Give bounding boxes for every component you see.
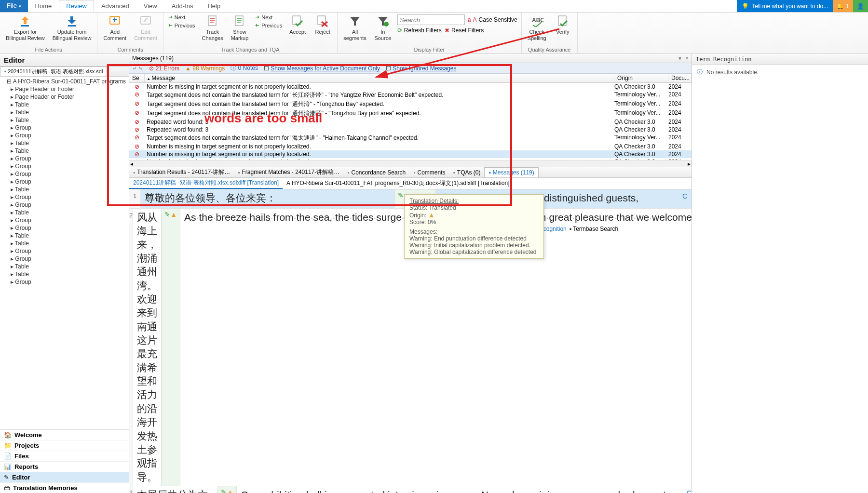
results-tab[interactable]: ▪Fragment Matches - 240117-讲解稿… bbox=[234, 167, 343, 177]
tree-node[interactable]: ▸ Table bbox=[2, 186, 127, 193]
message-row[interactable]: ⊘Number is missing in target segment or … bbox=[129, 150, 692, 158]
warnings-filter[interactable]: ▲ 98 Warnings bbox=[185, 65, 225, 72]
update-bilingual-button[interactable]: Update fromBilingual Review bbox=[51, 13, 94, 42]
tree-node[interactable]: ▸ Group bbox=[2, 178, 127, 186]
hscrollbar[interactable]: ◂▸ bbox=[129, 160, 692, 167]
messages-close[interactable]: × bbox=[685, 55, 689, 62]
messages-dropdown[interactable]: ▾ bbox=[678, 55, 681, 62]
nav-translation-memories[interactable]: 🗃Translation Memories bbox=[0, 482, 129, 493]
show-active-checkbox[interactable]: ☐ Show Messages for Active Document Only bbox=[264, 65, 380, 72]
segment-source[interactable]: 风从海上来，潮涌通州湾。欢迎来到南通这片最充满希望和活力的沿海开发热土参观指导。 bbox=[133, 209, 161, 486]
message-row[interactable]: ⊘Target segment does not contain the tra… bbox=[129, 91, 692, 100]
tree-node[interactable]: ▸ Table bbox=[2, 209, 127, 216]
tree-node[interactable]: ▸ Group bbox=[2, 278, 127, 286]
show-markup-button[interactable]: ShowMarkup bbox=[229, 13, 251, 42]
tree-node[interactable]: ▸ Table bbox=[2, 139, 127, 147]
tree-node[interactable]: ▸ Group bbox=[2, 247, 127, 255]
segment-source[interactable]: 本展厅共分为六大展区，下面，请各位领导和嘉宾随我一起参观。 bbox=[133, 486, 217, 493]
results-tab[interactable]: ▪Comments bbox=[409, 167, 449, 177]
col-doc[interactable]: Docu... bbox=[668, 74, 692, 82]
check-spelling-button[interactable]: ABC CheckSpelling bbox=[526, 13, 548, 42]
nav-files[interactable]: 📄Files bbox=[0, 451, 129, 461]
document-tree[interactable]: ⊟ A HYO-Ribera Sur-01-00011_FAT programs… bbox=[0, 77, 129, 429]
tree-node[interactable]: ▸ Page Header or Footer bbox=[2, 85, 127, 93]
menu-tab-help[interactable]: Help bbox=[200, 0, 228, 12]
tree-node[interactable]: ▸ Group bbox=[2, 132, 127, 139]
segment-status[interactable]: ✎▲ bbox=[217, 486, 237, 493]
menu-tab-home[interactable]: Home bbox=[28, 0, 59, 12]
tree-node[interactable]: ▸ Table bbox=[2, 232, 127, 240]
tree-node[interactable]: ▸ Group bbox=[2, 162, 127, 170]
tree-node[interactable]: ▸ Group bbox=[2, 255, 127, 263]
tree-node[interactable]: ▸ Group bbox=[2, 216, 127, 224]
col-message[interactable]: ▴ Message bbox=[145, 74, 614, 82]
all-segments-button[interactable]: Allsegments bbox=[341, 13, 368, 42]
tree-node[interactable]: ⊟ A HYO-Ribera Sur-01-00011_FAT programs bbox=[2, 78, 127, 85]
notes-filter[interactable]: ⓘ 0 Notes bbox=[231, 64, 258, 72]
menu-tab-view[interactable]: View bbox=[136, 0, 164, 12]
toolbar-icons[interactable]: ⤶ ⤷ bbox=[132, 65, 143, 72]
tellme-search[interactable]: 💡 Tell me what you want to do... bbox=[737, 0, 833, 12]
col-se[interactable]: Se bbox=[129, 74, 145, 82]
tree-node[interactable]: ▸ Group bbox=[2, 193, 127, 201]
tc-next-button[interactable]: ➜Next bbox=[167, 13, 196, 21]
user-button[interactable]: 👤 bbox=[853, 0, 868, 12]
message-row[interactable]: ⊘Number is missing in target segment or … bbox=[129, 83, 692, 91]
results-tab[interactable]: ▪TQAs (0) bbox=[449, 167, 485, 177]
tree-node[interactable]: ▸ Page Header or Footer bbox=[2, 93, 127, 101]
segment-target[interactable]: Our·exhibition·hall·is·segmented·into·si… bbox=[237, 486, 687, 493]
tree-node[interactable]: ▸ Group bbox=[2, 170, 127, 178]
add-comment-button[interactable]: + AddComment bbox=[101, 13, 128, 42]
col-origin[interactable]: Origin bbox=[614, 74, 668, 82]
tree-node[interactable]: ▸ Group bbox=[2, 155, 127, 162]
show-ignored-checkbox[interactable]: ☐ Show Ignored Messages bbox=[386, 65, 456, 72]
message-row[interactable]: ⊘Target segment does not contain the tra… bbox=[129, 133, 692, 143]
segment-row[interactable]: 3本展厅共分为六大展区，下面，请各位领导和嘉宾随我一起参观。✎▲Our·exhi… bbox=[129, 486, 692, 493]
tree-node[interactable]: ▸ Group bbox=[2, 224, 127, 232]
tree-node[interactable]: ▸ Table bbox=[2, 101, 127, 108]
notification-button[interactable]: 🔔 1 bbox=[833, 0, 853, 12]
message-row[interactable]: ⊘Number is missing in target segment or … bbox=[129, 158, 692, 160]
message-row[interactable]: ⊘Repeated word found: 3QA Checker 3.0202… bbox=[129, 118, 692, 126]
refresh-filters-button[interactable]: ⟳Refresh Filters bbox=[397, 27, 442, 34]
nav-projects[interactable]: 📁Projects bbox=[0, 440, 129, 451]
message-row[interactable]: ⊘Target segment does not contain the tra… bbox=[129, 100, 692, 109]
term-tab-search[interactable]: ▪ Termbase Search bbox=[570, 226, 618, 232]
message-row[interactable]: ⊘Number is missing in target segment or … bbox=[129, 143, 692, 150]
tqa-prev-button[interactable]: ➜Previous bbox=[254, 22, 283, 29]
errors-filter[interactable]: ⊘ 21 Errors bbox=[149, 65, 179, 72]
in-source-button[interactable]: InSource bbox=[372, 13, 393, 42]
nav-reports[interactable]: 📊Reports bbox=[0, 461, 129, 472]
tree-node[interactable]: ▸ Table bbox=[2, 263, 127, 270]
tc-prev-button[interactable]: ➜Previous bbox=[167, 22, 196, 29]
left-doc-tab[interactable]: ▪ 20240111讲解稿 -双语-表格对照.xlsx.sdl bbox=[0, 67, 107, 76]
filter-search-input[interactable] bbox=[397, 14, 465, 25]
segment-status[interactable]: ✎▲ bbox=[161, 209, 180, 486]
message-row[interactable]: ⊘Repeated word found: 3QA Checker 3.0202… bbox=[129, 126, 692, 133]
verify-button[interactable]: Verify bbox=[552, 13, 573, 36]
nav-editor[interactable]: ✎Editor bbox=[0, 472, 129, 482]
case-sensitive-checkbox[interactable]: aACase Sensitive bbox=[468, 16, 517, 23]
results-tab[interactable]: ▪Messages (119) bbox=[484, 167, 538, 177]
doc-tab-active[interactable]: 20240111讲解稿 -双语-表格对照.xlsx.sdlxliff [Tran… bbox=[129, 178, 283, 189]
tqa-next-button[interactable]: ➜Next bbox=[254, 13, 283, 21]
menu-tab-advanced[interactable]: Advanced bbox=[94, 0, 136, 12]
message-row[interactable]: ⊘Target segment does not contain the tra… bbox=[129, 109, 692, 118]
tree-node[interactable]: ▸ Group bbox=[2, 201, 127, 209]
results-tab[interactable]: ▪Translation Results - 240117-讲解… bbox=[129, 167, 234, 177]
export-bilingual-button[interactable]: Export forBilingual Review bbox=[4, 13, 47, 42]
tree-node[interactable]: ▸ Table bbox=[2, 240, 127, 247]
tree-node[interactable]: ▸ Group bbox=[2, 124, 127, 132]
tree-node[interactable]: ▸ Table bbox=[2, 147, 127, 155]
menu-tab-addins[interactable]: Add-Ins bbox=[164, 0, 201, 12]
reset-filters-button[interactable]: ✖Reset Filters bbox=[445, 27, 484, 34]
nav-welcome[interactable]: 🏠Welcome bbox=[0, 429, 129, 440]
menu-tab-review[interactable]: Review bbox=[59, 0, 94, 12]
results-tab[interactable]: ▪Concordance Search bbox=[343, 167, 409, 177]
segment-source[interactable]: 尊敬的各位领导、各位来宾： bbox=[141, 189, 394, 208]
doc-tab-other[interactable]: A HYO-Ribera Sur-01-00011_FAT programs_R… bbox=[283, 178, 513, 189]
tree-node[interactable]: ▸ Table bbox=[2, 116, 127, 124]
track-changes-button[interactable]: TrackChanges bbox=[200, 13, 225, 42]
menu-file[interactable]: File ▾ bbox=[0, 0, 28, 12]
tree-node[interactable]: ▸ Table bbox=[2, 270, 127, 278]
